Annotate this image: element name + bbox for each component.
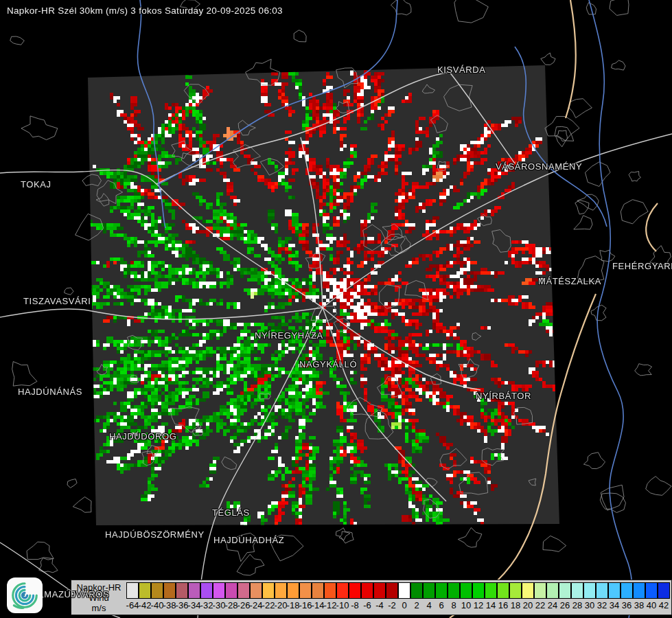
- village-outline: [574, 216, 592, 229]
- river-line: [589, 0, 632, 618]
- road-line: [323, 308, 446, 501]
- legend-color-swatch: [435, 582, 448, 599]
- village-outline: [437, 161, 448, 171]
- city-label-fehérgyarmat: FEHÉRGYARMAT: [612, 261, 672, 271]
- legend-value-label: -8: [351, 600, 359, 610]
- met-app-swirl-logo: [7, 577, 43, 613]
- legend-swatch-column: -40: [151, 582, 163, 615]
- legend-color-swatch: [522, 582, 534, 599]
- city-label-hajdúhadház: HAJDÚHADHÁZ: [213, 535, 284, 545]
- village-outline: [492, 230, 511, 253]
- legend-swatch-column: 8: [448, 582, 460, 615]
- village-outline: [629, 172, 640, 182]
- village-outline: [96, 194, 109, 207]
- legend-swatch-column: 12: [472, 582, 485, 615]
- legend-value-label: -10: [336, 600, 349, 610]
- village-outline: [73, 497, 91, 513]
- legend-color-swatch: [460, 582, 472, 599]
- legend-swatch-column: -18: [287, 582, 299, 615]
- legend-color-swatch: [176, 582, 188, 599]
- city-label-tokaj: TOKAJ: [21, 179, 51, 190]
- village-outline: [184, 84, 209, 105]
- legend-value-label: -14: [312, 600, 325, 610]
- legend-color-swatch: [225, 582, 237, 599]
- village-outline: [482, 448, 504, 466]
- legend-swatch-column: 14: [485, 582, 497, 615]
- village-outline: [27, 542, 54, 559]
- village-outline: [646, 477, 671, 496]
- city-label-téglás: TÉGLÁS: [212, 507, 250, 518]
- village-outline: [82, 174, 102, 186]
- legend-swatch-column: 32: [596, 582, 608, 615]
- village-outline: [635, 364, 652, 376]
- village-outline: [621, 200, 648, 224]
- village-outline: [459, 358, 479, 379]
- legend-swatch-column: -30: [213, 582, 225, 615]
- legend-value-label: 12: [474, 600, 483, 610]
- legend-color-swatch: [200, 582, 213, 599]
- river-line: [137, 0, 159, 184]
- legend-color-swatch: [151, 582, 163, 599]
- legend-swatch-column: -12: [324, 582, 336, 615]
- village-outline: [97, 365, 108, 375]
- legend-swatch-column: 36: [621, 582, 633, 615]
- legend-value-label: 34: [610, 600, 619, 610]
- legend-value-label: -42: [139, 600, 152, 610]
- village-outline: [377, 376, 402, 397]
- legend-color-swatch: [583, 582, 596, 599]
- village-outline: [65, 288, 74, 295]
- city-label-mátészalka: MÁTÉSZALKA: [538, 276, 601, 286]
- legend-swatch-column: 10: [460, 582, 472, 615]
- legend-swatch-column: 16: [497, 582, 509, 615]
- village-outline: [459, 472, 488, 494]
- village-outline: [336, 68, 358, 88]
- legend-swatch-column: 6: [435, 582, 448, 615]
- legend-color-swatch: [571, 582, 583, 599]
- radar-app-window: TOKAJKISVÁRDAVÁSÁROSNAMÉNYFEHÉRGYARMATMÁ…: [0, 0, 672, 618]
- wind-color-legend: Napkor-HR Wind m/s -64-42-40-38-36-34-32…: [71, 580, 672, 615]
- village-outline: [127, 335, 142, 350]
- country-border-line: [450, 294, 596, 618]
- legend-color-swatch: [262, 582, 275, 599]
- city-label-hajdúdorog: HAJDÚDOROG: [109, 431, 176, 442]
- legend-color-swatch: [534, 582, 546, 599]
- village-outline: [529, 479, 536, 485]
- village-outline: [478, 214, 492, 226]
- legend-value-label: -4: [375, 600, 384, 610]
- legend-color-swatch: [398, 582, 410, 599]
- village-outline: [260, 159, 283, 175]
- legend-value-label: 22: [535, 600, 545, 610]
- legend-color-swatch: [559, 582, 571, 599]
- legend-swatch-column: -28: [225, 582, 237, 615]
- legend-color-swatch: [497, 582, 509, 599]
- river-line: [159, 184, 165, 228]
- city-label-hajdúböszörmény: HAJDÚBÖSZÖRMÉNY: [105, 529, 205, 540]
- legend-color-swatch: [472, 582, 485, 599]
- village-outline: [10, 36, 25, 45]
- village-outline: [430, 374, 441, 385]
- road-line: [0, 170, 323, 308]
- legend-swatch-column: -10: [336, 582, 349, 615]
- legend-swatch-column: 42: [658, 582, 670, 615]
- legend-swatch-column: -8: [349, 582, 361, 615]
- legend-color-swatch: [312, 582, 324, 599]
- legend-value-label: 0: [402, 600, 406, 610]
- village-outline: [422, 84, 435, 93]
- legend-value-label: 26: [560, 600, 570, 610]
- legend-color-swatch: [188, 582, 200, 599]
- village-outline: [543, 536, 566, 551]
- legend-value-label: -16: [299, 600, 312, 610]
- legend-color-swatch: [126, 582, 139, 599]
- village-outline: [67, 479, 77, 488]
- village-outline: [472, 333, 481, 341]
- legend-value-label: 6: [439, 600, 443, 610]
- legend-value-label: 28: [572, 600, 582, 610]
- legend-color-swatch: [213, 582, 225, 599]
- legend-value-label: 32: [597, 600, 607, 610]
- village-outline: [600, 250, 615, 262]
- legend-swatch-column: 22: [534, 582, 546, 615]
- road-line: [198, 308, 323, 618]
- legend-swatch-column: -26: [237, 582, 250, 615]
- village-outline: [246, 59, 280, 85]
- village-outline: [405, 281, 428, 300]
